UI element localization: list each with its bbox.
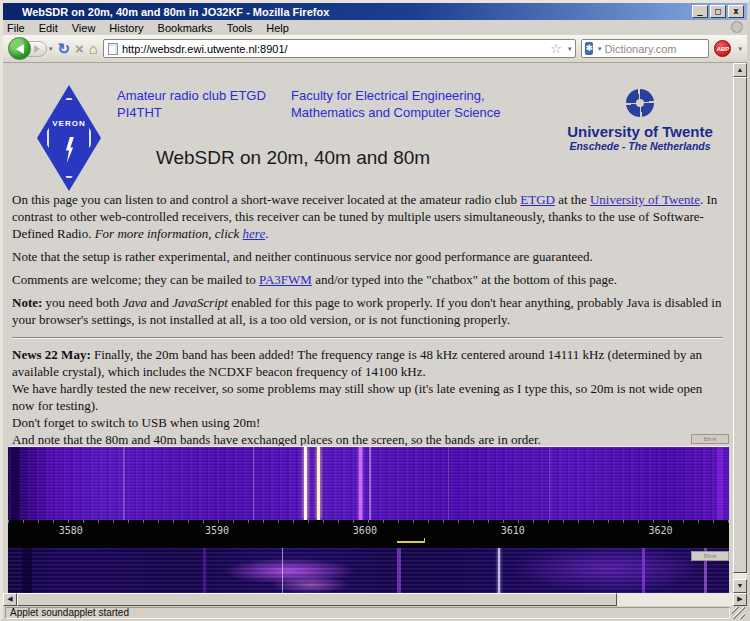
etgd-link[interactable]: ETGD — [520, 192, 555, 207]
divider — [12, 337, 723, 339]
menu-help[interactable]: Help — [266, 22, 289, 34]
waterfall-80m[interactable] — [8, 446, 729, 520]
menu-edit[interactable]: Edit — [39, 22, 58, 34]
ut-subtitle: Enschede - The Netherlands — [565, 140, 715, 152]
maximize-button[interactable]: □ — [710, 5, 726, 18]
experimental-paragraph: Note that the setup is rather experiment… — [12, 248, 723, 265]
club-text: Amateur radio club ETGD PI4THT — [117, 87, 266, 121]
scroll-down-button[interactable]: ▼ — [733, 579, 747, 593]
veron-logo-label: VERON — [37, 119, 101, 128]
browser-window: WebSDR on 20m, 40m and 80m in JO32KF - M… — [0, 0, 750, 621]
blink-button-2[interactable]: Blink — [691, 551, 729, 561]
faculty-line2: Mathematics and Computer Science — [291, 104, 501, 121]
freq-label: 3600 — [353, 525, 377, 536]
search-bar[interactable]: ✱ ▾ — [581, 39, 709, 58]
menu-file[interactable]: File — [7, 22, 25, 34]
url-input[interactable] — [122, 43, 546, 55]
pa3fwm-link[interactable]: PA3FWM — [259, 272, 312, 287]
scroll-left-button[interactable]: ◀ — [3, 593, 17, 606]
title-bar[interactable]: WebSDR on 20m, 40m and 80m in JO32KF - M… — [3, 3, 747, 20]
webpage: VERON Amateur radio club ETGD PI4THT Fac… — [3, 63, 733, 593]
url-dropdown-icon[interactable]: ▾ — [568, 45, 572, 53]
ut-logo-block: University of Twente Enschede - The Neth… — [565, 89, 715, 152]
signal-streak — [282, 548, 283, 593]
here-link[interactable]: here — [243, 226, 266, 241]
navigation-toolbar: ▾ ↻ × ⌂ ☆ ▾ ✱ ▾ ABP ▾ — [3, 35, 747, 63]
ut-link[interactable]: University of Twente — [590, 192, 700, 207]
page-header: VERON Amateur radio club ETGD PI4THT Fac… — [3, 63, 733, 185]
throbber-icon — [731, 21, 743, 33]
close-button[interactable]: x — [728, 5, 744, 18]
resize-grip[interactable] — [732, 607, 745, 619]
freq-label: 3580 — [59, 525, 83, 536]
status-bar: Applet soundapplet started — [3, 606, 747, 620]
veron-logo: VERON — [37, 85, 101, 191]
horizontal-scroll-thumb[interactable] — [17, 593, 617, 606]
page-title: WebSDR on 20m, 40m and 80m — [3, 147, 583, 169]
home-button[interactable]: ⌂ — [89, 40, 98, 57]
menu-history[interactable]: History — [109, 22, 143, 34]
reload-button[interactable]: ↻ — [58, 40, 71, 58]
club-line1: Amateur radio club ETGD — [117, 87, 266, 104]
back-arrow-icon — [16, 44, 24, 54]
horizontal-scrollbar[interactable]: ◀ ▶ — [3, 593, 747, 606]
ut-name: University of Twente — [565, 123, 715, 140]
faculty-line1: Faculty for Electrical Engineering, — [291, 87, 501, 104]
vertical-scroll-thumb[interactable] — [733, 77, 747, 573]
search-engine-icon[interactable]: ✱ — [585, 42, 593, 55]
menu-bookmarks[interactable]: Bookmarks — [158, 22, 213, 34]
minimize-button[interactable]: _ — [692, 5, 708, 18]
menu-tools[interactable]: Tools — [227, 22, 253, 34]
window-title: WebSDR on 20m, 40m and 80m in JO32KF - M… — [22, 6, 692, 18]
signal-streak — [304, 447, 307, 520]
intro-paragraph: On this page you can listen to and contr… — [12, 191, 723, 242]
menu-bar: File Edit View History Bookmarks Tools H… — [3, 20, 747, 35]
freq-label: 3620 — [648, 525, 672, 536]
freq-label: 3590 — [205, 525, 229, 536]
bookmark-star-icon[interactable]: ☆ — [550, 41, 562, 56]
history-dropdown-icon[interactable]: ▾ — [49, 45, 53, 53]
page-icon — [108, 43, 118, 55]
ut-logo-icon — [626, 89, 654, 117]
scroll-up-button[interactable]: ▲ — [733, 63, 747, 77]
stop-button[interactable]: × — [75, 40, 84, 57]
status-text: Applet soundapplet started — [5, 607, 730, 619]
frequency-scale[interactable]: 3580 3590 3600 3610 3620 — [8, 520, 729, 548]
freq-label: 3610 — [501, 525, 525, 536]
scale-ticks — [8, 520, 729, 523]
back-button[interactable] — [8, 37, 31, 60]
content-viewport: VERON Amateur radio club ETGD PI4THT Fac… — [3, 63, 747, 593]
menu-view[interactable]: View — [72, 22, 96, 34]
scroll-right-button[interactable]: ▶ — [733, 593, 747, 606]
search-engine-dropdown-icon[interactable]: ▾ — [598, 45, 602, 53]
faculty-text: Faculty for Electrical Engineering, Math… — [291, 87, 501, 121]
waterfall-40m[interactable] — [8, 548, 729, 593]
note-paragraph: Note: you need both Java and JavaScript … — [12, 294, 723, 328]
url-bar[interactable]: ☆ ▾ — [103, 39, 577, 58]
waterfall-section: Blink 3580 3590 3600 — [8, 433, 729, 593]
tuning-marker[interactable] — [397, 538, 425, 543]
blink-button-1[interactable]: Blink — [691, 434, 729, 444]
comments-paragraph: Comments are welcome; they can be mailed… — [12, 271, 723, 288]
vertical-scrollbar[interactable]: ▲ ▼ — [733, 63, 747, 593]
adblock-dropdown-icon[interactable]: ▾ — [738, 45, 742, 53]
firefox-icon — [6, 6, 18, 18]
forward-arrow-icon — [34, 45, 40, 53]
club-line2: PI4THT — [117, 104, 266, 121]
